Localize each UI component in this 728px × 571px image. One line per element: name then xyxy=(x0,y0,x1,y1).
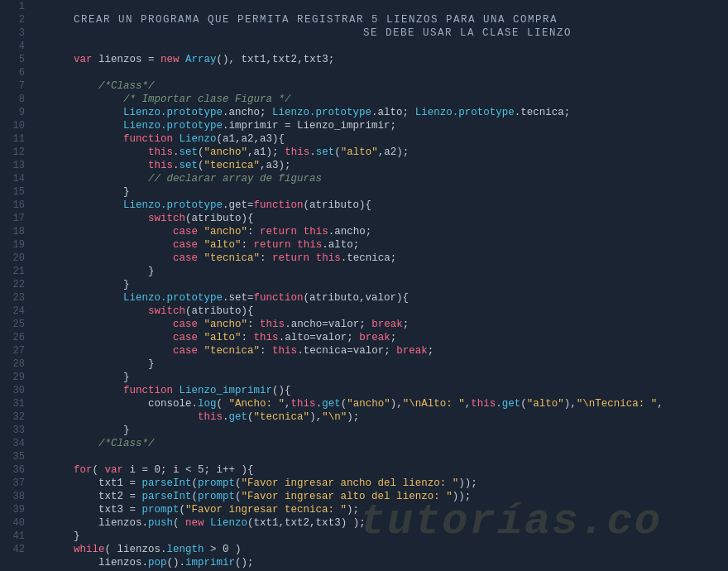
ln-34: 34 xyxy=(0,437,25,450)
ln-2: 2 xyxy=(0,13,25,26)
ln-17: 17 xyxy=(0,212,25,225)
code-content: CREAR UN PROGRAMA QUE PERMITA REGISTRAR … xyxy=(31,0,728,571)
ln-32: 32 xyxy=(0,410,25,424)
ln-8: 8 xyxy=(0,93,25,106)
ln-7: 7 xyxy=(0,79,25,93)
code-line-4: var lienzos = new Array(), txt1,txt2,txt… xyxy=(36,40,728,53)
ln-21: 21 xyxy=(0,265,25,278)
ln-18: 18 xyxy=(0,225,25,238)
ln-31: 31 xyxy=(0,397,25,410)
ln-14: 14 xyxy=(0,172,25,185)
ln-35: 35 xyxy=(0,450,25,463)
ln-6: 6 xyxy=(0,66,25,79)
ln-24: 24 xyxy=(0,305,25,318)
ln-23: 23 xyxy=(0,291,25,305)
line-numbers: 1 2 3 4 5 6 7 8 9 10 11 12 13 14 15 16 1… xyxy=(0,0,31,571)
code-line-35: for( var i = 0; i < 5; i++ ){ xyxy=(36,450,728,463)
ln-27: 27 xyxy=(0,344,25,357)
ln-19: 19 xyxy=(0,238,25,252)
ln-3: 3 xyxy=(0,26,25,40)
ln-22: 22 xyxy=(0,278,25,291)
code-line-22: Lienzo.prototype.set=function(atributo,v… xyxy=(36,278,728,291)
ln-11: 11 xyxy=(0,132,25,146)
code-editor: 1 2 3 4 5 6 7 8 9 10 11 12 13 14 15 16 1… xyxy=(0,0,728,571)
ln-42: 42 xyxy=(0,543,25,556)
ln-26: 26 xyxy=(0,331,25,344)
ln-25: 25 xyxy=(0,318,25,331)
ln-40: 40 xyxy=(0,516,25,530)
code-line-29: function Lienzo_imprimir(){ xyxy=(36,371,728,384)
ln-4: 4 xyxy=(0,40,25,53)
ln-20: 20 xyxy=(0,252,25,265)
ln-29: 29 xyxy=(0,371,25,384)
code-line-33: /*Class*/ xyxy=(36,424,728,437)
ln-37: 37 xyxy=(0,477,25,490)
ln-5: 5 xyxy=(0,53,25,66)
code-line-6: /*Class*/ xyxy=(36,66,728,79)
ln-36: 36 xyxy=(0,463,25,477)
ln-38: 38 xyxy=(0,490,25,503)
code-line-15: Lienzo.prototype.get=function(atributo){ xyxy=(36,185,728,199)
code-line-1: CREAR UN PROGRAMA QUE PERMITA REGISTRAR … xyxy=(36,0,728,13)
ln-33: 33 xyxy=(0,424,25,437)
ln-41: 41 xyxy=(0,530,25,543)
ln-9: 9 xyxy=(0,106,25,119)
ln-28: 28 xyxy=(0,357,25,371)
ln-1: 1 xyxy=(0,0,25,13)
ln-10: 10 xyxy=(0,119,25,132)
ln-15: 15 xyxy=(0,185,25,199)
ln-39: 39 xyxy=(0,503,25,516)
ln-30: 30 xyxy=(0,384,25,397)
ln-12: 12 xyxy=(0,146,25,159)
ln-13: 13 xyxy=(0,159,25,172)
ln-16: 16 xyxy=(0,199,25,212)
code-line-41: while( lienzos.length > 0 ) xyxy=(36,530,728,543)
